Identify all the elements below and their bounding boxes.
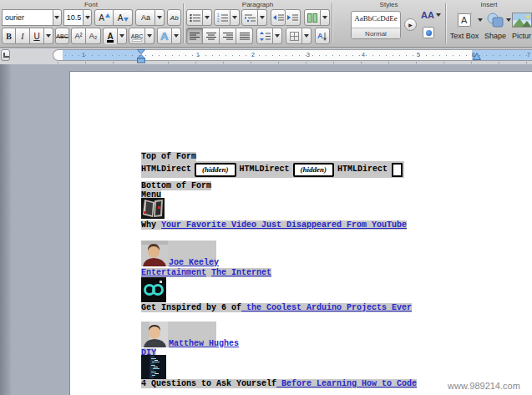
align-right-button[interactable]: [220, 28, 236, 44]
link-the-internet[interactable]: The Internet: [211, 268, 271, 277]
horizontal-ruler[interactable]: 11234567: [53, 49, 532, 61]
chevron-down-icon[interactable]: [44, 28, 53, 44]
font-group-label: Font: [0, 1, 182, 8]
style-name: Normal: [352, 28, 400, 38]
decrease-indent-icon: [273, 13, 284, 23]
subscript-button[interactable]: A₂: [86, 28, 101, 44]
ruler-mark: 5: [417, 51, 420, 59]
font-name-select[interactable]: ourier: [2, 9, 62, 26]
tab-stop-selector[interactable]: [1, 49, 10, 61]
insert-shape-button[interactable]: Shape: [483, 10, 508, 40]
clear-formatting-button[interactable]: Ab: [167, 9, 181, 26]
link-video-disappeared[interactable]: Your Favorite Video Just Disappeared Fro…: [161, 220, 407, 230]
line-spacing-button[interactable]: [256, 28, 273, 44]
numbered-list-button[interactable]: 12: [214, 9, 231, 26]
font-size-select[interactable]: 10.5: [63, 9, 93, 26]
sort-button[interactable]: A: [315, 28, 330, 44]
document-page[interactable]: Top of Form HTMLDirect (hidden) HTMLDire…: [69, 71, 532, 395]
code-thumbnail[interactable]: [141, 355, 166, 379]
columns-button[interactable]: [304, 9, 321, 26]
bullet-list-icon: [190, 13, 200, 23]
chevron-down-icon[interactable]: [83, 9, 92, 26]
align-center-button[interactable]: [203, 28, 220, 44]
chevron-down-icon[interactable]: [302, 28, 312, 44]
chevron-down-icon[interactable]: [273, 28, 282, 44]
justify-icon: [240, 32, 250, 41]
group-divider: [183, 3, 184, 43]
ruler-mark: 4: [362, 51, 365, 59]
link-entertainment[interactable]: Entertainment: [141, 268, 206, 277]
insert-text-box-button[interactable]: A Text Box: [449, 10, 479, 40]
shrink-font-icon: [124, 18, 129, 22]
form-checkbox[interactable]: [392, 163, 403, 177]
chevron-down-icon[interactable]: [172, 28, 181, 44]
svg-text:A: A: [461, 15, 468, 25]
link-matthew-hughes[interactable]: Matthew Hughes: [169, 339, 239, 348]
ruler-mark: 3: [307, 51, 310, 59]
bullet-list-button[interactable]: [186, 9, 203, 26]
multilevel-list-button[interactable]: [241, 9, 258, 26]
increase-indent-icon: [287, 13, 298, 23]
ribbon-group-insert: Insert A Text Box Shape Pictur: [446, 0, 532, 48]
change-case-button[interactable]: Aa: [135, 9, 155, 26]
chevron-down-icon[interactable]: [53, 9, 62, 26]
next-style-button[interactable]: ▶: [404, 18, 417, 31]
text-htmldirect: HTMLDirect: [240, 165, 290, 175]
font-size-value: 10.5: [63, 9, 84, 26]
numbered-list-icon: 12: [217, 13, 228, 23]
link-arduino-projects[interactable]: the Coolest Arduino Projects Ever: [241, 303, 412, 312]
justify-button[interactable]: [236, 28, 253, 44]
ribbon-group-paragraph: Paragraph 12: [185, 0, 331, 48]
text-effects-button[interactable]: A: [157, 28, 172, 44]
borders-button[interactable]: [286, 28, 302, 44]
chevron-down-icon[interactable]: [321, 9, 330, 26]
right-indent-marker[interactable]: [473, 53, 481, 60]
decrease-indent-button[interactable]: [271, 9, 286, 26]
shrink-font-button[interactable]: A: [114, 9, 133, 26]
chevron-down-icon: [436, 13, 441, 17]
ribbon-group-styles: Styles AaBbCcDdEe Normal ▶ AA: [332, 0, 445, 48]
grow-font-button[interactable]: A: [94, 9, 114, 26]
superscript-button[interactable]: A²: [71, 28, 86, 44]
chevron-down-icon[interactable]: [231, 9, 240, 26]
line-arduino: Get Inspired by 6 of the Coolest Arduino…: [141, 303, 412, 313]
italic-button[interactable]: I: [16, 28, 30, 44]
change-styles-button[interactable]: AA: [421, 10, 441, 20]
hidden-form-field[interactable]: (hidden): [293, 163, 335, 177]
svg-text:A: A: [317, 32, 323, 40]
link-joe-keeley[interactable]: Joe Keeley: [169, 258, 219, 267]
increase-indent-button[interactable]: [286, 9, 301, 26]
line-learn-code: 4 Questions to Ask Yourself Before Learn…: [141, 379, 417, 389]
chevron-down-icon[interactable]: [258, 9, 267, 26]
shape-icon: [486, 12, 504, 28]
chevron-down-icon[interactable]: [203, 9, 212, 26]
author-photo-matthew[interactable]: [141, 322, 168, 347]
ruler-mark: 7: [527, 51, 530, 59]
ribbon-toolbar: Font ourier 10.5 A A Aa Ab B I: [0, 0, 532, 48]
video-thumbnail[interactable]: [141, 198, 165, 219]
hidden-form-field[interactable]: (hidden): [195, 163, 236, 177]
highlight-button[interactable]: ABC: [129, 28, 145, 44]
arduino-thumbnail[interactable]: [141, 277, 166, 302]
strikethrough-button[interactable]: ABC: [55, 28, 69, 44]
chevron-down-icon[interactable]: [118, 28, 127, 44]
bold-button[interactable]: B: [2, 28, 16, 44]
line-why-video: Why Your Favorite Video Just Disappeared…: [141, 220, 407, 230]
change-styles-icon: AA: [421, 10, 434, 20]
styles-group-label: Styles: [332, 1, 445, 8]
link-before-learning-code[interactable]: Before Learning How to Code: [276, 379, 417, 388]
underline-button[interactable]: U: [30, 28, 44, 44]
next-style-icon: ▶: [408, 22, 413, 28]
chevron-down-icon[interactable]: [155, 9, 165, 26]
ruler-mark: 1: [196, 51, 200, 59]
insert-picture-button[interactable]: Pictur: [511, 10, 532, 40]
font-color-button[interactable]: A: [103, 28, 118, 44]
manage-styles-button[interactable]: [423, 27, 434, 38]
highlight-icon: [132, 39, 142, 42]
style-preview-normal[interactable]: AaBbCcDdEe Normal: [351, 11, 401, 39]
line-spacing-icon: [260, 32, 271, 41]
chevron-down-icon[interactable]: [145, 28, 155, 44]
align-left-button[interactable]: [186, 28, 203, 44]
font-color-icon: [107, 40, 114, 43]
author-photo-joe[interactable]: [141, 241, 168, 266]
